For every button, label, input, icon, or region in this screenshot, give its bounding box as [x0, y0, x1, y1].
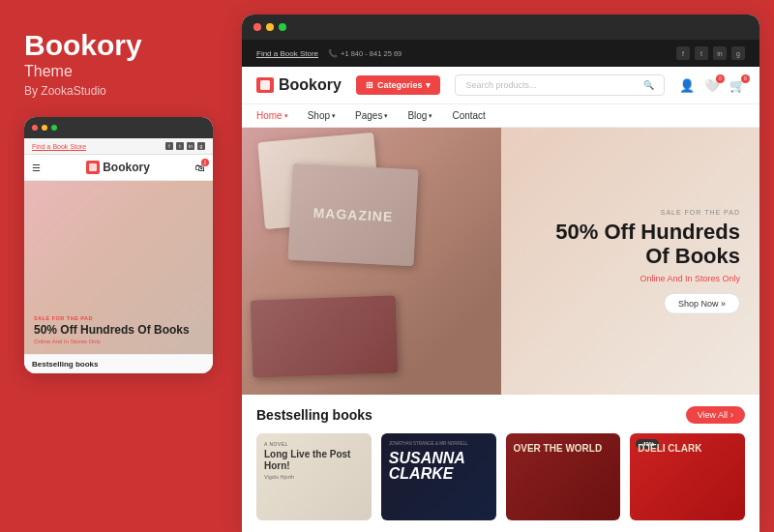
- search-icon[interactable]: 🔍: [643, 80, 654, 90]
- book2-title: SUSANNA CLARKE: [389, 451, 489, 482]
- desktop-header-icons: 👤 🤍 0 🛒 0: [679, 78, 745, 93]
- book-card-3-text: OVER THE WORLD: [506, 433, 621, 462]
- hamburger-icon[interactable]: ☰: [32, 163, 41, 173]
- mobile-dot-yellow: [42, 125, 47, 131]
- mobile-hero-title: 50% Off Hundreds Of Books: [34, 323, 203, 337]
- menu-item-shop[interactable]: Shop ▾: [308, 110, 336, 121]
- magazine-label: MAGAZINE: [313, 205, 393, 224]
- books-grid: A Novel Long Live the Post Horn! Vigdis …: [256, 433, 745, 520]
- hero-book-visual: MAGAZINE: [242, 128, 501, 395]
- left-panel: Bookory Theme By ZookaStudio Find a Book…: [0, 0, 237, 532]
- cart-badge: 0: [741, 74, 750, 83]
- section-title: Bestselling books: [256, 407, 372, 423]
- menu-contact-label: Contact: [452, 110, 485, 121]
- book-card-1[interactable]: A Novel Long Live the Post Horn! Vigdis …: [256, 433, 372, 520]
- desktop-dot-red[interactable]: [253, 23, 261, 31]
- mobile-dot-green: [51, 125, 57, 131]
- desktop-nav-bar: Find a Book Store 📞 +1 840 - 841 25 69 f…: [242, 40, 759, 67]
- desktop-hero: MAGAZINE SALE FOR THE PAD 50% Off Hundre…: [242, 128, 759, 395]
- book4-title: DJELI CLARK: [638, 443, 737, 455]
- book-shape-magazine: MAGAZINE: [287, 163, 418, 267]
- right-panel: Find a Book Store 📞 +1 840 - 841 25 69 f…: [242, 15, 759, 532]
- menu-home-chevron: ▾: [284, 112, 288, 120]
- book2-subtitle: Jonathan Strange & Mr Norrell: [389, 441, 489, 446]
- user-icon[interactable]: 👤: [679, 78, 695, 93]
- facebook-icon[interactable]: f: [165, 142, 173, 150]
- hero-cta-label: Shop Now »: [678, 298, 726, 308]
- hero-cta-button[interactable]: Shop Now »: [664, 292, 740, 313]
- instagram-icon[interactable]: in: [187, 142, 194, 150]
- mobile-cart-badge: 2: [201, 159, 209, 166]
- mobile-bestselling-label: Bestselling books: [24, 354, 213, 373]
- mobile-social-icons: f t in g: [165, 142, 205, 150]
- brand-subtitle: Theme: [24, 63, 73, 80]
- menu-home-label: Home: [256, 110, 283, 121]
- hero-title: 50% Off Hundreds Of Books: [527, 220, 740, 269]
- hero-content: SALE FOR THE PAD 50% Off Hundreds Of Boo…: [527, 209, 740, 314]
- book1-author: Vigdis Hjorth: [264, 474, 364, 480]
- menu-blog-chevron: ▾: [429, 112, 432, 120]
- bestselling-section: Bestselling books View All › A Novel Lon…: [242, 395, 759, 532]
- book-card-3[interactable]: OVER THE WORLD: [506, 433, 621, 520]
- desktop-nav-left: Find a Book Store 📞 +1 840 - 841 25 69: [256, 49, 402, 58]
- section-header: Bestselling books View All ›: [256, 406, 745, 424]
- mobile-nav-bar: Find a Book Store f t in g: [24, 138, 213, 155]
- desktop-dot-yellow[interactable]: [266, 23, 274, 31]
- menu-pages-chevron: ▾: [384, 112, 388, 120]
- google-icon[interactable]: g: [197, 142, 205, 150]
- book-card-4[interactable]: -40% DJELI CLARK: [630, 433, 745, 520]
- mobile-mockup: Find a Book Store f t in g ☰ Bookory 🛍 2: [24, 117, 213, 373]
- book-card-4-text: DJELI CLARK: [630, 433, 745, 462]
- mobile-logo: Bookory: [86, 161, 150, 174]
- categories-icon: ⊞: [366, 80, 373, 90]
- desktop-phone: 📞 +1 840 - 841 25 69: [328, 49, 402, 58]
- desktop-logo: Bookory: [256, 76, 342, 94]
- facebook-desktop-icon[interactable]: f: [676, 46, 690, 60]
- categories-button[interactable]: ⊞ Categories ▾: [356, 75, 441, 95]
- menu-item-pages[interactable]: Pages ▾: [355, 110, 388, 121]
- google-desktop-icon[interactable]: g: [731, 46, 745, 60]
- hero-subtitle: Online And In Stores Only: [527, 273, 740, 282]
- cart-icon[interactable]: 🛒 0: [729, 78, 745, 93]
- svg-rect-0: [89, 163, 97, 171]
- mobile-hero-subtitle: Online And In Stores Only: [34, 339, 203, 344]
- book-card-2[interactable]: Jonathan Strange & Mr Norrell SUSANNA CL…: [381, 433, 496, 520]
- book1-subtitle: A Novel: [264, 441, 364, 447]
- hero-tag: SALE FOR THE PAD: [527, 209, 740, 216]
- menu-shop-label: Shop: [308, 110, 330, 121]
- mobile-hero: SALE FOR THE PAD 50% Off Hundreds Of Boo…: [24, 181, 213, 354]
- view-all-button[interactable]: View All ›: [686, 406, 745, 424]
- view-all-label: View All: [698, 410, 728, 420]
- menu-item-home[interactable]: Home ▾: [256, 110, 288, 121]
- menu-item-blog[interactable]: Blog ▾: [407, 110, 432, 121]
- mobile-cart[interactable]: 🛍 2: [195, 163, 205, 173]
- wishlist-icon[interactable]: 🤍 0: [704, 78, 720, 93]
- desktop-top-bar: [242, 15, 759, 40]
- svg-rect-1: [260, 80, 270, 90]
- twitter-icon[interactable]: t: [176, 142, 184, 150]
- mobile-header: ☰ Bookory 🛍 2: [24, 155, 213, 181]
- menu-item-contact[interactable]: Contact: [452, 110, 485, 121]
- desktop-dot-green[interactable]: [279, 23, 286, 31]
- desktop-logo-icon: [256, 77, 274, 93]
- mobile-hero-text: SALE FOR THE PAD 50% Off Hundreds Of Boo…: [34, 315, 203, 344]
- twitter-desktop-icon[interactable]: t: [695, 46, 708, 60]
- search-bar[interactable]: Search products... 🔍: [455, 74, 665, 96]
- book-card-1-text: A Novel Long Live the Post Horn! Vigdis …: [256, 433, 372, 488]
- menu-pages-label: Pages: [355, 110, 382, 121]
- mobile-logo-text: Bookory: [103, 161, 150, 174]
- desktop-header: Bookory ⊞ Categories ▾ Search products..…: [242, 67, 759, 104]
- mobile-nav-link[interactable]: Find a Book Store: [32, 143, 86, 150]
- mobile-top-bar: [24, 117, 213, 138]
- desktop-nav-link[interactable]: Find a Book Store: [256, 49, 318, 58]
- desktop-menu: Home ▾ Shop ▾ Pages ▾ Blog ▾ Contact: [242, 104, 759, 128]
- book-shape-dark: [251, 295, 399, 377]
- desktop-social-row: f t in g: [676, 46, 745, 60]
- phone-icon: 📞: [328, 49, 338, 58]
- menu-shop-chevron: ▾: [332, 112, 336, 120]
- desktop-logo-text: Bookory: [279, 76, 342, 94]
- instagram-desktop-icon[interactable]: in: [713, 46, 727, 60]
- menu-blog-label: Blog: [407, 110, 427, 121]
- wishlist-badge: 0: [716, 74, 725, 83]
- book3-title: OVER THE WORLD: [514, 443, 613, 455]
